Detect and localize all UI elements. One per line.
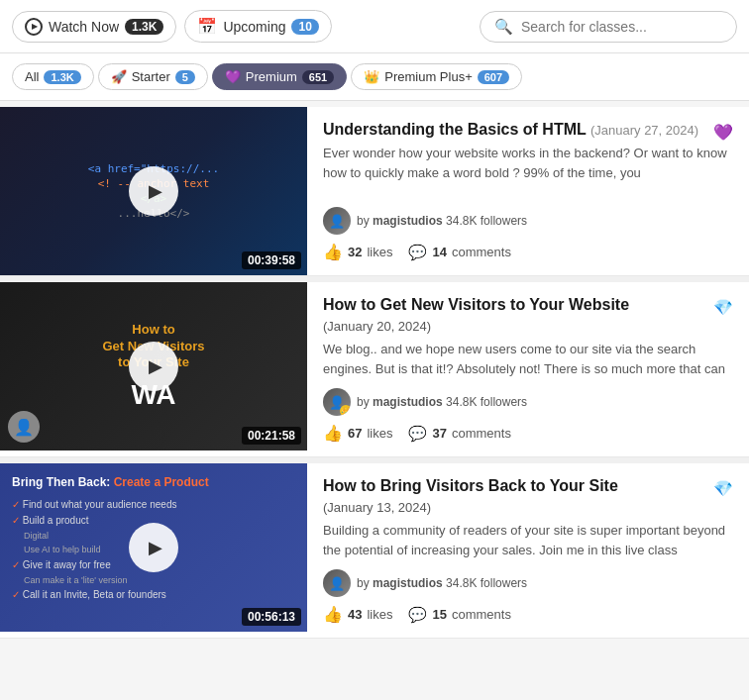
instructor-avatar-2: 👤 [8, 411, 40, 443]
upcoming-button[interactable]: 📅 Upcoming 10 [184, 10, 331, 43]
card-desc-3: Building a community of readers of your … [323, 521, 733, 559]
video-duration-2: 00:21:58 [242, 427, 301, 445]
by-label-2: by [357, 395, 373, 409]
like-button-2[interactable]: 👍 67 likes [323, 424, 392, 443]
card-actions-1: 👍 32 likes 💬 14 comments [323, 243, 733, 261]
bring-title: Bring Then Back: Create a Product [12, 475, 295, 489]
comment-count-1: 14 [432, 245, 446, 259]
card-date-2: (January 20, 2024) [323, 319, 733, 334]
video-list: <a href="https://... <! -- anchor text <… [0, 107, 749, 639]
video-thumbnail-2[interactable]: How toGet New Visitorsto Your Site WA 👤 … [0, 282, 307, 450]
card-title-1: Understanding the Basics of HTML (Januar… [323, 121, 733, 142]
author-text-1: by magistudios 34.8K followers [357, 214, 527, 228]
card-desc-1: Ever wonder how your website works in th… [323, 144, 733, 197]
card-title-2: How to Get New Visitors to Your Website … [323, 296, 733, 317]
tab-premium-plus[interactable]: 👑 Premium Plus+ 607 [351, 63, 522, 90]
filter-tabs: All 1.3K 🚀 Starter 5 💜 Premium 651 👑 Pre… [0, 53, 749, 101]
tab-starter[interactable]: 🚀 Starter 5 [98, 63, 208, 90]
tab-premium-label: Premium [246, 69, 297, 84]
followers-1: 34.8K followers [446, 214, 527, 228]
play-button-2[interactable] [129, 342, 178, 391]
like-count-3: 43 [348, 607, 362, 622]
video-duration-3: 00:56:13 [242, 608, 301, 626]
author-text-3: by magistudios 34.8K followers [357, 576, 527, 590]
like-button-1[interactable]: 👍 32 likes [323, 243, 392, 261]
upcoming-label: Upcoming [223, 19, 285, 35]
card-info-1: Understanding the Basics of HTML (Januar… [307, 107, 749, 275]
avatar-inner-3: 👤 [323, 569, 351, 597]
tab-premium[interactable]: 💜 Premium 651 [212, 63, 347, 90]
tab-premium-count: 651 [302, 70, 334, 84]
card-actions-3: 👍 43 likes 💬 15 comments [323, 605, 733, 624]
author-name-2: magistudios [373, 395, 443, 409]
premium-gem-2: 💎 [713, 298, 733, 317]
comments-label-2: comments [452, 426, 511, 441]
search-input[interactable] [521, 19, 722, 35]
tab-premium-plus-count: 607 [478, 70, 509, 84]
play-button-3[interactable] [129, 523, 178, 572]
author-text-2: by magistudios 34.8K followers [357, 395, 527, 409]
premium-crown-2: 👑 [340, 405, 351, 416]
watch-now-button[interactable]: Watch Now 1.3K [12, 11, 176, 43]
card-meta-1: 👤 by magistudios 34.8K followers [323, 207, 733, 235]
video-card-2: How toGet New Visitorsto Your Site WA 👤 … [0, 282, 749, 457]
tab-all[interactable]: All 1.3K [12, 63, 94, 90]
thumbs-up-icon-3: 👍 [323, 605, 343, 624]
crown-icon: 👑 [364, 69, 379, 84]
play-button-1[interactable] [129, 166, 178, 216]
followers-3: 34.8K followers [446, 576, 527, 590]
followers-2: 34.8K followers [446, 395, 527, 409]
card-desc-2: We blog.. and we hope new users come to … [323, 340, 733, 378]
author-name-3: magistudios [373, 576, 443, 590]
card-actions-2: 👍 67 likes 💬 37 comments [323, 424, 733, 443]
avatar-inner-1: 👤 [323, 207, 351, 235]
like-count-2: 67 [348, 426, 362, 441]
author-avatar-1: 👤 [323, 207, 351, 235]
video-thumbnail-3[interactable]: Bring Then Back: Create a Product Find o… [0, 463, 307, 632]
by-label-3: by [357, 576, 373, 590]
comment-button-1[interactable]: 💬 14 comments [408, 244, 510, 261]
tab-premium-plus-label: Premium Plus+ [384, 69, 473, 84]
card-date-3: (January 13, 2024) [323, 500, 733, 515]
comment-button-2[interactable]: 💬 37 comments [408, 425, 510, 443]
comment-icon: 💬 [408, 244, 427, 261]
premium-icon: 💜 [225, 69, 241, 84]
top-navigation: Watch Now 1.3K 📅 Upcoming 10 🔍 [0, 0, 749, 53]
title-text-2: How to Get New Visitors to Your Website [323, 296, 707, 314]
likes-label: likes [367, 245, 392, 259]
thumbs-up-icon: 👍 [323, 243, 343, 261]
video-card-3: Bring Then Back: Create a Product Find o… [0, 463, 749, 639]
likes-label-3: likes [367, 607, 392, 622]
comment-icon-2: 💬 [408, 425, 427, 443]
tab-all-count: 1.3K [44, 70, 80, 84]
comment-count-3: 15 [432, 607, 446, 622]
title-text-1: Understanding the Basics of HTML (Januar… [323, 121, 707, 139]
author-avatar-2: 👤 👑 [323, 388, 351, 416]
starter-icon: 🚀 [111, 69, 127, 84]
by-label: by [357, 214, 373, 228]
comments-label-3: comments [452, 607, 511, 622]
like-count-1: 32 [348, 245, 362, 259]
tab-all-label: All [25, 69, 39, 84]
like-button-3[interactable]: 👍 43 likes [323, 605, 392, 624]
watch-now-label: Watch Now [49, 19, 119, 35]
video-thumbnail-1[interactable]: <a href="https://... <! -- anchor text <… [0, 107, 307, 275]
comments-label: comments [452, 245, 511, 259]
thumbs-up-icon-2: 👍 [323, 424, 343, 443]
play-icon [25, 18, 43, 36]
likes-label-2: likes [367, 426, 392, 441]
tab-starter-count: 5 [175, 70, 195, 84]
comment-icon-3: 💬 [408, 606, 427, 624]
comment-button-3[interactable]: 💬 15 comments [408, 606, 510, 624]
calendar-icon: 📅 [197, 17, 217, 36]
card-meta-2: 👤 👑 by magistudios 34.8K followers [323, 388, 733, 416]
card-info-2: How to Get New Visitors to Your Website … [307, 282, 749, 456]
card-meta-3: 👤 by magistudios 34.8K followers [323, 569, 733, 597]
card-info-3: How to Bring Visitors Back to Your Site … [307, 463, 749, 638]
card-title-3: How to Bring Visitors Back to Your Site … [323, 477, 733, 498]
premium-gem-3: 💎 [713, 479, 733, 498]
search-box: 🔍 [480, 11, 737, 43]
video-duration-1: 00:39:58 [242, 251, 301, 269]
video-card: <a href="https://... <! -- anchor text <… [0, 107, 749, 276]
title-text-3: How to Bring Visitors Back to Your Site [323, 477, 707, 495]
